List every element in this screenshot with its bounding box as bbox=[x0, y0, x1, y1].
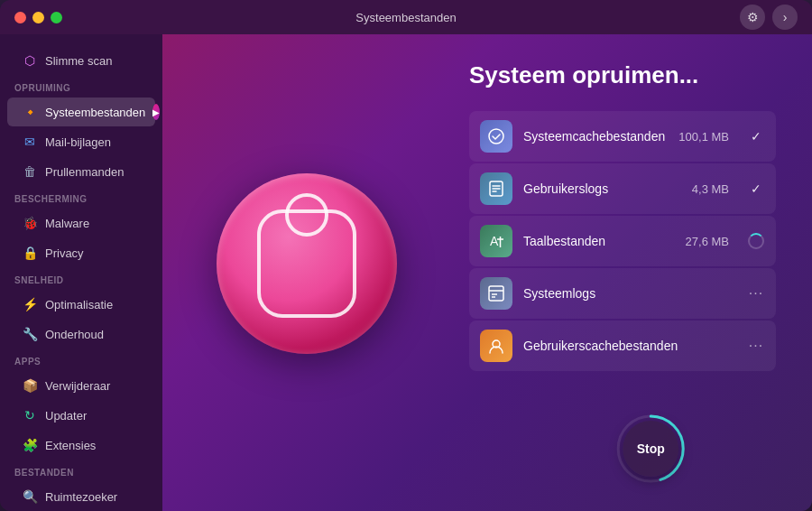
gebruikerscache-icon bbox=[480, 330, 512, 362]
section-bescherming: Bescherming bbox=[0, 187, 162, 208]
list-item[interactable]: Gebruikerslogs 4,3 MB ✓ bbox=[469, 163, 776, 214]
item-size: 27,6 MB bbox=[686, 235, 729, 248]
app-icon-container bbox=[217, 173, 397, 354]
traffic-lights bbox=[14, 12, 62, 23]
slimme-scan-icon: ⬡ bbox=[22, 52, 38, 69]
systeemcache-icon bbox=[480, 120, 512, 153]
sidebar-item-label: Verwijderaar bbox=[45, 379, 141, 393]
list-item[interactable]: Gebruikerscachebestanden ··· bbox=[469, 321, 776, 371]
mail-icon: ✉ bbox=[22, 134, 38, 150]
close-button[interactable] bbox=[14, 12, 26, 23]
right-panel: Systeem opruimen... Systeemcachebestande… bbox=[433, 34, 812, 511]
systeemlogs-icon bbox=[480, 277, 512, 310]
sidebar-item-systeembestanden[interactable]: 🔸 Systeembestanden ▶ bbox=[7, 98, 155, 126]
app-icon-inner bbox=[257, 209, 356, 318]
taal-icon: A bbox=[480, 225, 512, 257]
verwijd-icon: 📦 bbox=[22, 377, 38, 394]
sidebar-item-malware[interactable]: 🐞 Malware bbox=[7, 209, 155, 237]
list-item[interactable]: Systeemcachebestanden 100,1 MB ✓ bbox=[469, 111, 776, 162]
sidebar-item-verwijderaar[interactable]: 📦 Verwijderaar bbox=[7, 371, 155, 400]
updater-icon: ↻ bbox=[22, 407, 38, 423]
sidebar-item-optimalisatie[interactable]: ⚡ Optimalisatie bbox=[7, 290, 155, 319]
systeembestanden-badge: ▶ bbox=[152, 104, 160, 120]
sidebar-item-label: Extensies bbox=[45, 439, 141, 452]
spin-status-icon bbox=[747, 232, 765, 250]
content-title: Systeem opruimen... bbox=[469, 61, 776, 89]
list-item[interactable]: Systeemlogs ··· bbox=[469, 268, 776, 319]
sidebar-item-label: Mail-bijlagen bbox=[45, 135, 141, 149]
sidebar-item-mail-bijlagen[interactable]: ✉ Mail-bijlagen bbox=[7, 127, 155, 156]
section-apps: Apps bbox=[0, 349, 162, 370]
maximize-button[interactable] bbox=[51, 12, 62, 23]
item-size: 100,1 MB bbox=[678, 130, 729, 144]
sidebar-item-updater[interactable]: ↻ Updater bbox=[7, 401, 155, 430]
sidebar-item-slimme-scan[interactable]: ⬡ Slimme scan bbox=[7, 46, 155, 75]
list-item[interactable]: A Taalbestanden 27,6 MB bbox=[469, 216, 776, 266]
item-name: Gebruikerscachebestanden bbox=[523, 339, 718, 353]
item-name: Systeemlogs bbox=[523, 286, 718, 301]
prullen-icon: 🗑 bbox=[22, 163, 38, 180]
svg-rect-8 bbox=[489, 286, 503, 301]
dots-status-icon: ··· bbox=[747, 337, 765, 355]
stop-button-area: Stop bbox=[615, 413, 686, 484]
item-name: Gebruikerslogs bbox=[523, 181, 681, 196]
gebruikerslogs-icon bbox=[480, 172, 512, 205]
sidebar-item-extensies[interactable]: 🧩 Extensies bbox=[7, 431, 155, 460]
systeembestanden-icon: 🔸 bbox=[22, 104, 38, 120]
main-layout: ⬡ Slimme scan Opruiming 🔸 Systeembestand… bbox=[0, 34, 812, 511]
sidebar-item-label: Slimme scan bbox=[45, 54, 141, 68]
window-title: Systeembestanden bbox=[355, 11, 456, 24]
sidebar: ⬡ Slimme scan Opruiming 🔸 Systeembestand… bbox=[0, 34, 162, 511]
sidebar-item-label: Optimalisatie bbox=[45, 298, 141, 311]
extensies-icon: 🧩 bbox=[22, 437, 38, 453]
title-bar: Systeembestanden ⚙ › bbox=[0, 0, 812, 34]
app-window: Systeembestanden ⚙ › ⬡ Slimme scan Oprui… bbox=[0, 0, 812, 511]
sidebar-item-prullenmanden[interactable]: 🗑 Prullenmanden bbox=[7, 157, 155, 186]
section-bestanden: Bestanden bbox=[0, 460, 162, 481]
progress-ring: Stop bbox=[615, 413, 686, 484]
check-status-icon: ✓ bbox=[747, 127, 765, 145]
title-bar-right: ⚙ › bbox=[740, 5, 798, 30]
item-size: 4,3 MB bbox=[692, 182, 729, 196]
privacy-icon: 🔒 bbox=[22, 245, 38, 261]
check-status-icon: ✓ bbox=[747, 180, 765, 198]
item-name: Taalbestanden bbox=[523, 234, 675, 248]
sidebar-item-label: Ruimtezoeker bbox=[45, 490, 141, 504]
optim-icon: ⚡ bbox=[22, 296, 38, 312]
content-area: Systeem opruimen... Systeemcachebestande… bbox=[162, 34, 812, 511]
sidebar-item-privacy[interactable]: 🔒 Privacy bbox=[7, 238, 155, 267]
sidebar-item-label: Onderhoud bbox=[45, 328, 141, 341]
stop-button[interactable]: Stop bbox=[623, 421, 678, 477]
onderhoud-icon: 🔧 bbox=[22, 326, 38, 342]
malware-icon: 🐞 bbox=[22, 215, 38, 231]
minimize-button[interactable] bbox=[32, 12, 44, 23]
sidebar-item-label: Systeembestanden bbox=[45, 106, 145, 119]
more-icon[interactable]: › bbox=[772, 5, 798, 30]
sidebar-item-ruimtezoeker[interactable]: 🔍 Ruimtezoeker bbox=[7, 482, 155, 511]
settings-icon[interactable]: ⚙ bbox=[740, 5, 765, 30]
sidebar-item-label: Prullenmanden bbox=[45, 165, 141, 179]
dots-status-icon: ··· bbox=[747, 284, 765, 302]
sidebar-item-label: Privacy bbox=[45, 246, 141, 260]
sidebar-item-label: Malware bbox=[45, 217, 141, 230]
sidebar-item-label: Updater bbox=[45, 409, 141, 423]
sidebar-item-onderhoud[interactable]: 🔧 Onderhoud bbox=[7, 320, 155, 348]
section-opruiming: Opruiming bbox=[0, 76, 162, 97]
svg-point-0 bbox=[489, 129, 503, 144]
item-name: Systeemcachebestanden bbox=[523, 129, 668, 144]
stop-button-label: Stop bbox=[637, 441, 665, 456]
app-icon-sphere bbox=[217, 173, 397, 354]
ruimte-icon: 🔍 bbox=[22, 488, 38, 505]
svg-text:A: A bbox=[490, 234, 499, 248]
section-snelheid: Snelheid bbox=[0, 268, 162, 289]
